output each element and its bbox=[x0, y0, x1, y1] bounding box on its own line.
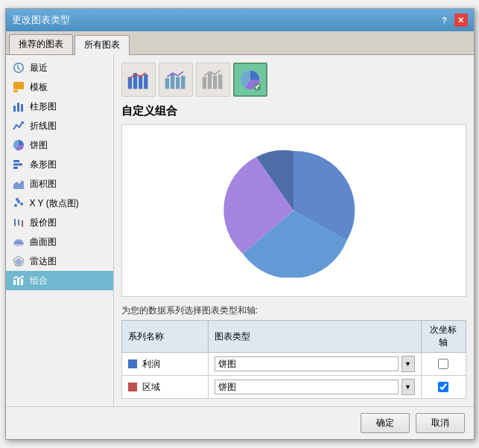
sidebar-item-combo[interactable]: 组合 bbox=[6, 271, 113, 290]
chart-preview bbox=[121, 124, 466, 297]
series-name-cell: 区域 bbox=[121, 376, 208, 399]
secondary-axis-cell-2 bbox=[421, 376, 466, 399]
chart-icon-1[interactable] bbox=[121, 63, 156, 97]
svg-rect-25 bbox=[127, 77, 131, 89]
confirm-button[interactable]: 确定 bbox=[361, 413, 410, 433]
sidebar-item-scatter[interactable]: X Y (散点图) bbox=[6, 193, 113, 213]
hbar-icon bbox=[12, 158, 25, 171]
cancel-button[interactable]: 取消 bbox=[416, 413, 465, 433]
title-controls: ? ✕ bbox=[438, 13, 468, 27]
sidebar-item-stock[interactable]: 股价图 bbox=[6, 213, 113, 232]
sidebar-item-hbar[interactable]: 条形图 bbox=[6, 155, 113, 174]
surface-icon bbox=[12, 235, 25, 249]
tabs-bar: 推荐的图表 所有图表 bbox=[6, 31, 474, 55]
svg-rect-22 bbox=[13, 280, 16, 285]
chart-icon-3[interactable] bbox=[196, 63, 230, 97]
sidebar-item-bar[interactable]: 柱形图 bbox=[6, 97, 113, 116]
sidebar-label-surface: 曲面图 bbox=[30, 236, 57, 249]
table-row: 区域 饼图 柱形图 折线图 条形图 bbox=[121, 376, 466, 399]
table-row: 利润 饼图 柱形图 折线图 条形图 bbox=[121, 353, 466, 376]
svg-rect-2 bbox=[13, 106, 16, 112]
checkbox-wrapper-2 bbox=[428, 382, 460, 392]
title-bar: 更改图表类型 ? ✕ bbox=[6, 9, 474, 31]
svg-point-12 bbox=[16, 198, 19, 201]
svg-point-11 bbox=[20, 202, 23, 205]
svg-rect-36 bbox=[218, 74, 222, 89]
svg-rect-1 bbox=[13, 90, 18, 92]
sidebar-label-line: 折线图 bbox=[30, 120, 57, 132]
secondary-axis-checkbox-2[interactable] bbox=[438, 382, 448, 392]
svg-rect-30 bbox=[170, 74, 174, 89]
sidebar-label-radar: 雷达图 bbox=[30, 255, 57, 268]
svg-rect-0 bbox=[13, 82, 24, 89]
sidebar-label-combo: 组合 bbox=[30, 275, 48, 287]
svg-rect-27 bbox=[139, 76, 142, 89]
secondary-axis-checkbox-1[interactable] bbox=[438, 359, 448, 369]
col-header-type: 图表类型 bbox=[208, 321, 421, 353]
dropdown-arrow-2[interactable]: ▼ bbox=[402, 379, 415, 395]
svg-marker-8 bbox=[13, 180, 24, 189]
sidebar-label-stock: 股价图 bbox=[30, 217, 57, 229]
series-label-1: 利润 bbox=[142, 359, 160, 369]
sidebar: 最近 模板 柱形图 折线图 bbox=[6, 55, 114, 406]
radar-icon bbox=[12, 255, 25, 268]
dropdown-arrow-1[interactable]: ▼ bbox=[402, 356, 415, 372]
tab-recommended[interactable]: 推荐的图表 bbox=[9, 34, 73, 54]
series-name-cell: 利润 bbox=[121, 353, 208, 376]
dialog-title: 更改图表类型 bbox=[12, 13, 70, 27]
stock-icon bbox=[12, 216, 25, 229]
svg-marker-21 bbox=[15, 258, 22, 265]
dropdown-wrapper-2: 饼图 柱形图 折线图 条形图 ▼ bbox=[215, 379, 415, 395]
sidebar-label-recent: 最近 bbox=[30, 62, 48, 74]
data-table-section: 为您的数据系列选择图表类型和轴: 系列名称 图表类型 次坐标轴 bbox=[121, 304, 466, 399]
chart-icon-2[interactable] bbox=[159, 63, 193, 97]
chart-type-cell-1: 饼图 柱形图 折线图 条形图 ▼ bbox=[208, 353, 421, 376]
svg-rect-28 bbox=[144, 74, 147, 89]
dialog-window: 更改图表类型 ? ✕ 推荐的图表 所有图表 最近 模板 bbox=[5, 8, 475, 440]
sidebar-item-area[interactable]: 面积图 bbox=[6, 174, 113, 193]
checkbox-wrapper-1 bbox=[428, 359, 460, 369]
chart-type-select-1[interactable]: 饼图 柱形图 折线图 条形图 bbox=[215, 356, 399, 371]
close-button[interactable]: ✕ bbox=[454, 13, 468, 27]
svg-rect-18 bbox=[22, 223, 23, 225]
sidebar-label-template: 模板 bbox=[30, 81, 48, 94]
content-area: 最近 模板 柱形图 折线图 bbox=[6, 55, 474, 406]
footer: 确定 取消 bbox=[6, 406, 474, 439]
table-label: 为您的数据系列选择图表类型和轴: bbox=[121, 304, 466, 317]
chart-type-cell-2: 饼图 柱形图 折线图 条形图 ▼ bbox=[208, 376, 421, 399]
chart-type-icons bbox=[121, 63, 466, 97]
svg-rect-29 bbox=[165, 78, 168, 89]
chart-icon-4[interactable] bbox=[233, 63, 267, 97]
sidebar-label-bar: 柱形图 bbox=[30, 100, 57, 113]
sidebar-item-pie[interactable]: 饼图 bbox=[6, 135, 113, 155]
sidebar-item-line[interactable]: 折线图 bbox=[6, 116, 113, 135]
combo-icon bbox=[12, 274, 25, 287]
col-header-secondary: 次坐标轴 bbox=[421, 321, 466, 353]
svg-rect-6 bbox=[13, 164, 22, 166]
chart-type-select-2[interactable]: 饼图 柱形图 折线图 条形图 bbox=[215, 380, 399, 394]
sidebar-label-area: 面积图 bbox=[30, 178, 57, 191]
template-icon bbox=[12, 80, 25, 94]
svg-rect-7 bbox=[13, 167, 18, 169]
sidebar-item-radar[interactable]: 雷达图 bbox=[6, 252, 113, 271]
svg-rect-35 bbox=[213, 76, 217, 89]
svg-rect-34 bbox=[207, 73, 211, 89]
col-header-series: 系列名称 bbox=[121, 321, 208, 353]
section-title: 自定义组合 bbox=[121, 104, 466, 118]
bar-icon bbox=[12, 100, 25, 113]
help-button[interactable]: ? bbox=[438, 13, 451, 27]
secondary-axis-cell-1 bbox=[421, 353, 466, 376]
series-color-2 bbox=[128, 383, 137, 391]
svg-rect-5 bbox=[13, 160, 19, 162]
data-table: 系列名称 图表类型 次坐标轴 利润 bbox=[121, 320, 466, 399]
sidebar-item-surface[interactable]: 曲面图 bbox=[6, 232, 113, 252]
sidebar-item-recent[interactable]: 最近 bbox=[6, 58, 113, 77]
svg-point-9 bbox=[14, 204, 17, 207]
tab-all[interactable]: 所有图表 bbox=[74, 35, 130, 55]
line-icon bbox=[12, 119, 25, 132]
svg-rect-31 bbox=[176, 77, 180, 89]
series-label-2: 区域 bbox=[142, 382, 160, 392]
sidebar-item-template[interactable]: 模板 bbox=[6, 77, 113, 97]
scatter-icon bbox=[12, 196, 25, 210]
dropdown-wrapper-1: 饼图 柱形图 折线图 条形图 ▼ bbox=[215, 356, 415, 372]
